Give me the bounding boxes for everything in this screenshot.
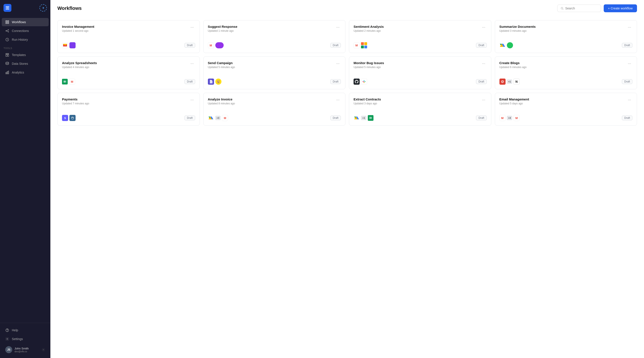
mailchimp-icon: 🐒 (215, 78, 222, 85)
card-title: Invoice Management (62, 25, 189, 28)
card-title-block: Monitor Bug Issues Updated 5 minutes ago (354, 61, 480, 69)
card-title: Send Campaign (208, 61, 335, 65)
status-badge: Draft (476, 115, 486, 120)
status-badge: Draft (622, 79, 632, 84)
ai-button[interactable]: ✦ (40, 4, 47, 11)
sidebar-item-workflows[interactable]: Workflows (2, 18, 49, 26)
sidebar-item-analytics[interactable]: Analytics (2, 68, 49, 77)
workflow-card[interactable]: Analyze Invoice Updated 8 minutes ago ··… (203, 93, 346, 126)
card-menu-button[interactable]: ··· (626, 25, 632, 29)
svg-point-35 (72, 117, 74, 118)
user-name: John Smith (14, 347, 29, 350)
card-title: Create Blogs (500, 61, 626, 65)
nav-label-run-history: Run History (12, 38, 28, 41)
sidebar-header: ✦ (0, 0, 50, 16)
nav-label-help: Help (12, 329, 18, 332)
nav-label-analytics: Analytics (12, 71, 24, 74)
card-menu-button[interactable]: ··· (189, 97, 195, 102)
plus-badge: +4 (507, 116, 512, 120)
svg-rect-15 (6, 72, 6, 74)
nav-label-settings: Settings (12, 337, 23, 341)
card-footer: Draft (500, 42, 632, 48)
card-menu-button[interactable]: ··· (626, 97, 632, 102)
sheets-icon (62, 79, 68, 84)
svg-point-6 (8, 29, 9, 30)
sidebar-item-help[interactable]: Help (2, 326, 49, 334)
card-title: Analyze Spreadsheets (62, 61, 189, 65)
card-title: Suggest Response (208, 25, 335, 28)
user-email: dev@xflo.io (14, 350, 29, 353)
card-menu-button[interactable]: ··· (189, 61, 195, 66)
file-icon (208, 78, 214, 85)
card-menu-button[interactable]: ··· (480, 61, 486, 66)
gmail2-icon: M (514, 115, 520, 121)
workflow-card[interactable]: Send Campaign Updated 5 minutes ago ··· … (203, 56, 346, 89)
workflow-card[interactable]: Payments Updated 7 minutes ago ··· S Dra… (58, 93, 200, 126)
search-icon (560, 6, 564, 10)
sidebar: ✦ Workflows Connections (0, 0, 50, 358)
card-menu-button[interactable]: ··· (335, 25, 341, 29)
card-updated: Updated 3 days ago (354, 102, 480, 105)
svg-rect-4 (8, 22, 9, 24)
todoist-icon (500, 78, 506, 85)
workflow-card[interactable]: Analyze Spreadsheets Updated 4 minutes a… (58, 56, 200, 89)
sidebar-item-settings[interactable]: Settings (2, 335, 49, 343)
workflow-card[interactable]: Summarize Documents Updated 3 minutes ag… (495, 20, 637, 53)
sidebar-item-templates[interactable]: Templates (2, 51, 49, 59)
github-icon (354, 78, 360, 85)
card-title: Payments (62, 97, 189, 101)
user-row: JS John Smith dev@xflo.io (2, 344, 49, 355)
search-input[interactable] (565, 6, 598, 10)
svg-point-7 (8, 31, 9, 32)
card-title-block: Invoice Management Updated 1 second ago (62, 25, 189, 32)
card-title: Monitor Bug Issues (354, 61, 480, 65)
workflow-card[interactable]: Invoice Management Updated 1 second ago … (58, 20, 200, 53)
card-header: Monitor Bug Issues Updated 5 minutes ago… (354, 61, 487, 69)
svg-rect-17 (8, 71, 9, 74)
status-badge: Draft (330, 43, 341, 48)
card-title-block: Extract Contracts Updated 3 days ago (354, 97, 480, 105)
search-box[interactable] (557, 4, 601, 12)
card-icons (354, 78, 367, 85)
card-menu-button[interactable]: ··· (335, 61, 341, 66)
user-info: JS John Smith dev@xflo.io (5, 346, 29, 353)
gmail-icon: M (69, 78, 75, 85)
workflow-card[interactable]: Create Blogs Updated 6 minutes ago ··· +… (495, 56, 637, 89)
svg-rect-30 (363, 81, 364, 82)
card-footer: S Draft (62, 115, 195, 121)
status-badge: Draft (476, 43, 486, 48)
card-updated: Updated 2 minutes ago (354, 29, 480, 32)
workflow-card[interactable]: Monitor Bug Issues Updated 5 minutes ago… (349, 56, 491, 89)
card-menu-button[interactable]: ··· (480, 97, 486, 102)
postgres-icon (70, 115, 76, 121)
sidebar-item-run-history[interactable]: Run History (2, 35, 49, 44)
create-workflow-button[interactable]: + Create workflow (604, 4, 637, 12)
workflow-card[interactable]: Email Management Updated 5 days ago ··· … (495, 93, 637, 126)
sidebar-item-data-stores[interactable]: Data Stores (2, 59, 49, 68)
card-title-block: Summarize Documents Updated 3 minutes ag… (500, 25, 626, 32)
card-menu-button[interactable]: ··· (480, 25, 486, 29)
card-icons: S (62, 115, 76, 121)
card-header: Analyze Invoice Updated 8 minutes ago ··… (208, 97, 341, 105)
card-header: Payments Updated 7 minutes ago ··· (62, 97, 195, 105)
sidebar-item-connections[interactable]: Connections (2, 27, 49, 35)
svg-point-20 (7, 339, 8, 340)
card-footer: Draft (354, 78, 487, 85)
workflow-card[interactable]: Sentiment Analysis Updated 2 minutes ago… (349, 20, 491, 53)
card-title: Analyze Invoice (208, 97, 335, 101)
gmail-icon: M (500, 115, 506, 121)
card-footer: +1 N Draft (500, 78, 632, 85)
card-menu-button[interactable]: ··· (335, 97, 341, 102)
workflow-card[interactable]: Suggest Response Updated 1 minute ago ··… (203, 20, 346, 53)
card-footer: +3 M Draft (208, 115, 341, 121)
svg-rect-0 (6, 7, 8, 8)
svg-text:M: M (64, 44, 65, 47)
plus-badge: +3 (215, 116, 221, 120)
user-settings-icon[interactable] (42, 348, 45, 352)
workflow-card[interactable]: Extract Contracts Updated 3 days ago ···… (349, 93, 491, 126)
card-menu-button[interactable]: ··· (626, 61, 632, 66)
card-header: Analyze Spreadsheets Updated 4 minutes a… (62, 61, 195, 69)
card-title: Sentiment Analysis (354, 25, 480, 28)
card-title-block: Analyze Invoice Updated 8 minutes ago (208, 97, 335, 105)
card-menu-button[interactable]: ··· (189, 25, 195, 29)
